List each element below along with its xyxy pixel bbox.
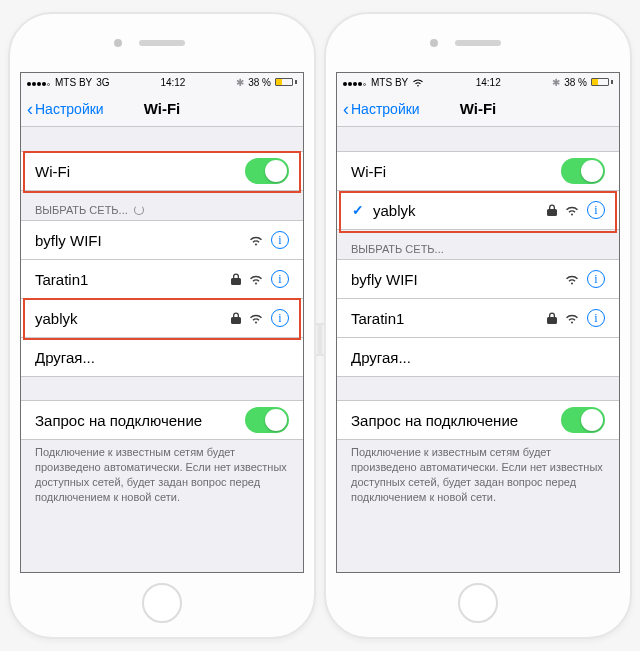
content: Wi-Fi ВЫБРАТЬ СЕТЬ... byfly WIFI i Tarat… <box>21 127 303 572</box>
wifi-master-label: Wi-Fi <box>35 163 70 180</box>
chevron-left-icon: ‹ <box>27 100 33 118</box>
wifi-toggle[interactable] <box>245 158 289 184</box>
network-row[interactable]: byfly WIFI i <box>21 220 303 260</box>
back-label: Настройки <box>351 101 420 117</box>
bluetooth-icon: ✱ <box>236 77 244 88</box>
section-choose-network: ВЫБРАТЬ СЕТЬ... <box>21 200 303 220</box>
page-title: Wi-Fi <box>144 100 181 117</box>
back-button[interactable]: ‹ Настройки <box>27 100 104 118</box>
home-button[interactable] <box>458 583 498 623</box>
wifi-signal-icon <box>249 313 263 324</box>
connected-network-row[interactable]: ✓ yablyk i <box>337 190 619 230</box>
screen-right: MTS BY 14:12 ✱ 38 % ‹ Настройки Wi-Fi Wi… <box>336 72 620 573</box>
content: Wi-Fi ✓ yablyk i ВЫБРАТЬ СЕТЬ... byfly W… <box>337 127 619 572</box>
wifi-master-label: Wi-Fi <box>351 163 386 180</box>
wifi-signal-icon <box>565 274 579 285</box>
wifi-signal-icon <box>249 235 263 246</box>
phone-camera <box>430 39 438 47</box>
network-row[interactable]: yablyk i <box>21 298 303 338</box>
device-frame-right: MTS BY 14:12 ✱ 38 % ‹ Настройки Wi-Fi Wi… <box>324 12 632 639</box>
ask-to-join-toggle[interactable] <box>245 407 289 433</box>
info-icon[interactable]: i <box>271 231 289 249</box>
chevron-left-icon: ‹ <box>343 100 349 118</box>
signal-dots-icon <box>27 77 51 88</box>
lock-icon <box>547 312 557 324</box>
wifi-toggle[interactable] <box>561 158 605 184</box>
bluetooth-icon: ✱ <box>552 77 560 88</box>
ask-to-join-toggle[interactable] <box>561 407 605 433</box>
network-name: yablyk <box>35 310 78 327</box>
home-button[interactable] <box>142 583 182 623</box>
carrier-label: MTS BY <box>55 77 92 88</box>
network-type: 3G <box>96 77 109 88</box>
lock-icon <box>231 273 241 285</box>
battery-percent: 38 % <box>248 77 271 88</box>
network-row[interactable]: Taratin1 i <box>337 298 619 338</box>
wifi-signal-icon <box>565 205 579 216</box>
section-choose-label: ВЫБРАТЬ СЕТЬ... <box>351 243 444 255</box>
checkmark-icon: ✓ <box>351 202 365 218</box>
wifi-signal-icon <box>249 274 263 285</box>
ask-to-join-row[interactable]: Запрос на подключение <box>21 400 303 440</box>
other-label: Другая... <box>351 349 411 366</box>
clock: 14:12 <box>476 77 501 88</box>
info-icon[interactable]: i <box>587 270 605 288</box>
screen-left: MTS BY 3G 14:12 ✱ 38 % ‹ Настройки Wi-Fi… <box>20 72 304 573</box>
phone-camera <box>114 39 122 47</box>
network-name: byfly WIFI <box>35 232 102 249</box>
clock: 14:12 <box>160 77 185 88</box>
signal-dots-icon <box>343 77 367 88</box>
network-name: byfly WIFI <box>351 271 418 288</box>
back-button[interactable]: ‹ Настройки <box>343 100 420 118</box>
ask-to-join-label: Запрос на подключение <box>35 412 202 429</box>
wifi-master-row[interactable]: Wi-Fi <box>21 151 303 191</box>
ask-to-join-label: Запрос на подключение <box>351 412 518 429</box>
status-bar: MTS BY 14:12 ✱ 38 % <box>337 73 619 91</box>
other-network-row[interactable]: Другая... <box>337 337 619 377</box>
nav-bar: ‹ Настройки Wi-Fi <box>337 91 619 127</box>
network-row[interactable]: Taratin1 i <box>21 259 303 299</box>
network-name: Taratin1 <box>351 310 404 327</box>
lock-icon <box>231 312 241 324</box>
device-frame-left: MTS BY 3G 14:12 ✱ 38 % ‹ Настройки Wi-Fi… <box>8 12 316 639</box>
lock-icon <box>547 204 557 216</box>
spinner-icon <box>134 205 144 215</box>
nav-bar: ‹ Настройки Wi-Fi <box>21 91 303 127</box>
network-name: yablyk <box>373 202 416 219</box>
info-icon[interactable]: i <box>587 201 605 219</box>
info-icon[interactable]: i <box>271 270 289 288</box>
phone-speaker <box>139 40 185 46</box>
other-network-row[interactable]: Другая... <box>21 337 303 377</box>
page-title: Wi-Fi <box>460 100 497 117</box>
footer-note: Подключение к известным сетям будет прои… <box>21 439 303 504</box>
carrier-label: MTS BY <box>371 77 408 88</box>
battery-icon <box>591 78 613 86</box>
wifi-master-row[interactable]: Wi-Fi <box>337 151 619 191</box>
footer-note: Подключение к известным сетям будет прои… <box>337 439 619 504</box>
info-icon[interactable]: i <box>271 309 289 327</box>
wifi-signal-icon <box>565 313 579 324</box>
status-bar: MTS BY 3G 14:12 ✱ 38 % <box>21 73 303 91</box>
network-row[interactable]: byfly WIFI i <box>337 259 619 299</box>
phone-speaker <box>455 40 501 46</box>
battery-icon <box>275 78 297 86</box>
back-label: Настройки <box>35 101 104 117</box>
battery-percent: 38 % <box>564 77 587 88</box>
section-choose-network: ВЫБРАТЬ СЕТЬ... <box>337 239 619 259</box>
section-choose-label: ВЫБРАТЬ СЕТЬ... <box>35 204 128 216</box>
other-label: Другая... <box>35 349 95 366</box>
info-icon[interactable]: i <box>587 309 605 327</box>
network-name: Taratin1 <box>35 271 88 288</box>
wifi-status-icon <box>412 78 424 87</box>
ask-to-join-row[interactable]: Запрос на подключение <box>337 400 619 440</box>
